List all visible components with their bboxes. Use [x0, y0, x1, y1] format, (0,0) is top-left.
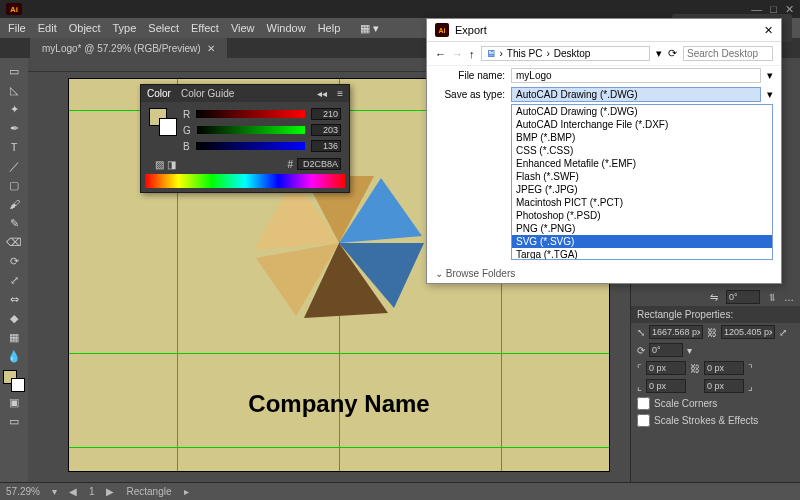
- active-tool: Rectangle: [126, 486, 171, 497]
- width-field[interactable]: [649, 325, 703, 339]
- statusbar: 57.29%▾ ◀ 1 ▶ Rectangle▸: [0, 482, 800, 500]
- nav-up-icon[interactable]: ↑: [469, 48, 475, 60]
- zoom-level[interactable]: 57.29%: [6, 486, 40, 497]
- corner-tr-icon: ⌝: [748, 363, 753, 374]
- format-option[interactable]: Photoshop (*.PSD): [512, 209, 772, 222]
- format-option[interactable]: Flash (*.SWF): [512, 170, 772, 183]
- corner-tr-field[interactable]: [704, 361, 744, 375]
- scale-tool[interactable]: ⤢: [3, 271, 25, 289]
- dialog-search[interactable]: [683, 46, 773, 61]
- next-artboard-icon[interactable]: ▶: [106, 486, 114, 497]
- export-dialog: Ai Export ✕ ← → ↑ 🖥 ›This PC›Desktop ▾ ⟳…: [426, 18, 782, 284]
- eraser-tool[interactable]: ⌫: [3, 233, 25, 251]
- app-logo: Ai: [6, 3, 22, 15]
- format-option[interactable]: CSS (*.CSS): [512, 144, 772, 157]
- link-icon[interactable]: ⛓: [707, 327, 717, 338]
- menu-effect[interactable]: Effect: [191, 22, 219, 34]
- nav-back-icon[interactable]: ←: [435, 48, 446, 60]
- type-tool[interactable]: T: [3, 138, 25, 156]
- rectangle-tool[interactable]: ▢: [3, 176, 25, 194]
- path-box[interactable]: 🖥 ›This PC›Desktop: [481, 46, 651, 61]
- gradient-tool[interactable]: ▦: [3, 328, 25, 346]
- filename-field[interactable]: [511, 68, 761, 83]
- corner-bl-icon: ⌞: [637, 381, 642, 392]
- eyedropper-tool[interactable]: 💧: [3, 347, 25, 365]
- r-slider[interactable]: [196, 110, 305, 118]
- page-field[interactable]: 1: [89, 486, 95, 497]
- hex-field[interactable]: [297, 158, 341, 170]
- rotate-tool[interactable]: ⟳: [3, 252, 25, 270]
- none-swatch-icon[interactable]: ▨ ◨: [155, 159, 176, 170]
- menu-view[interactable]: View: [231, 22, 255, 34]
- menu-select[interactable]: Select: [148, 22, 179, 34]
- panel-fill-stroke[interactable]: [149, 108, 177, 136]
- nav-fwd-icon[interactable]: →: [452, 48, 463, 60]
- angle-field[interactable]: [649, 343, 683, 357]
- screen-mode-icon[interactable]: ▭: [3, 412, 25, 430]
- menu-help[interactable]: Help: [318, 22, 341, 34]
- menu-window[interactable]: Window: [267, 22, 306, 34]
- refresh-icon[interactable]: ⟳: [668, 47, 677, 60]
- browse-folders-toggle[interactable]: ⌄ Browse Folders: [435, 268, 515, 279]
- panel-menu-icon[interactable]: …: [784, 292, 794, 303]
- panel-menu-icon[interactable]: ≡: [337, 88, 343, 99]
- corner-tl-field[interactable]: [646, 361, 686, 375]
- g-slider[interactable]: [197, 126, 305, 134]
- dialog-title: Export: [455, 24, 487, 36]
- format-option[interactable]: Enhanced Metafile (*.EMF): [512, 157, 772, 170]
- color-panel-tab[interactable]: Color: [147, 88, 171, 99]
- direct-select-tool[interactable]: ◺: [3, 81, 25, 99]
- flip-v-icon[interactable]: ⥮: [768, 292, 776, 303]
- b-slider[interactable]: [196, 142, 305, 150]
- document-tab[interactable]: myLogo* @ 57.29% (RGB/Preview) ✕: [30, 38, 227, 58]
- fill-stroke-swatch[interactable]: [3, 370, 25, 392]
- scale-corners-checkbox[interactable]: Scale Corners: [631, 395, 800, 412]
- pen-tool[interactable]: ✒: [3, 119, 25, 137]
- prev-artboard-icon[interactable]: ◀: [69, 486, 77, 497]
- g-value[interactable]: [311, 124, 341, 136]
- r-value[interactable]: [311, 108, 341, 120]
- format-option[interactable]: BMP (*.BMP): [512, 131, 772, 144]
- magic-wand-tool[interactable]: ✦: [3, 100, 25, 118]
- link-corners-icon[interactable]: ⛓: [690, 363, 700, 374]
- angle-icon: ⟳: [637, 345, 645, 356]
- menu-object[interactable]: Object: [69, 22, 101, 34]
- format-dropdown[interactable]: AutoCAD Drawing (*.DWG)AutoCAD Interchan…: [511, 104, 773, 260]
- close-tab-icon[interactable]: ✕: [207, 43, 215, 54]
- selection-tool[interactable]: ▭: [3, 62, 25, 80]
- corner-bl-field[interactable]: [646, 379, 686, 393]
- dialog-close-icon[interactable]: ✕: [764, 24, 773, 37]
- savetype-select[interactable]: AutoCAD Drawing (*.DWG): [511, 87, 761, 102]
- format-option[interactable]: Macintosh PICT (*.PCT): [512, 196, 772, 209]
- format-option[interactable]: JPEG (*.JPG): [512, 183, 772, 196]
- scale-strokes-checkbox[interactable]: Scale Strokes & Effects: [631, 412, 800, 429]
- pencil-tool[interactable]: ✎: [3, 214, 25, 232]
- height-field[interactable]: [721, 325, 775, 339]
- menu-edit[interactable]: Edit: [38, 22, 57, 34]
- menu-type[interactable]: Type: [113, 22, 137, 34]
- width-icon: ⤡: [637, 327, 645, 338]
- format-option[interactable]: PNG (*.PNG): [512, 222, 772, 235]
- menu-file[interactable]: File: [8, 22, 26, 34]
- company-name-text[interactable]: Company Name: [248, 390, 429, 418]
- color-guide-tab[interactable]: Color Guide: [181, 88, 234, 99]
- format-option[interactable]: AutoCAD Interchange File (*.DXF): [512, 118, 772, 131]
- brush-tool[interactable]: 🖌: [3, 195, 25, 213]
- spectrum-bar[interactable]: [145, 174, 345, 188]
- format-option[interactable]: SVG (*.SVG): [512, 235, 772, 248]
- format-option[interactable]: AutoCAD Drawing (*.DWG): [512, 105, 772, 118]
- dialog-app-icon: Ai: [435, 23, 449, 37]
- panel-collapse-icon[interactable]: ◂◂: [317, 88, 327, 99]
- rotate-field[interactable]: [726, 290, 760, 304]
- color-panel[interactable]: Color Color Guide ◂◂ ≡ R G B ▨ ◨#: [140, 84, 350, 193]
- menu-search-icon[interactable]: ▦ ▾: [360, 22, 379, 35]
- shape-builder-tool[interactable]: ◆: [3, 309, 25, 327]
- b-value[interactable]: [311, 140, 341, 152]
- color-mode-icon[interactable]: ▣: [3, 393, 25, 411]
- width-tool[interactable]: ⇔: [3, 290, 25, 308]
- line-tool[interactable]: ／: [3, 157, 25, 175]
- flip-h-icon[interactable]: ⇋: [710, 292, 718, 303]
- filename-label: File name:: [435, 70, 505, 81]
- format-option[interactable]: Targa (*.TGA): [512, 248, 772, 260]
- corner-br-field[interactable]: [704, 379, 744, 393]
